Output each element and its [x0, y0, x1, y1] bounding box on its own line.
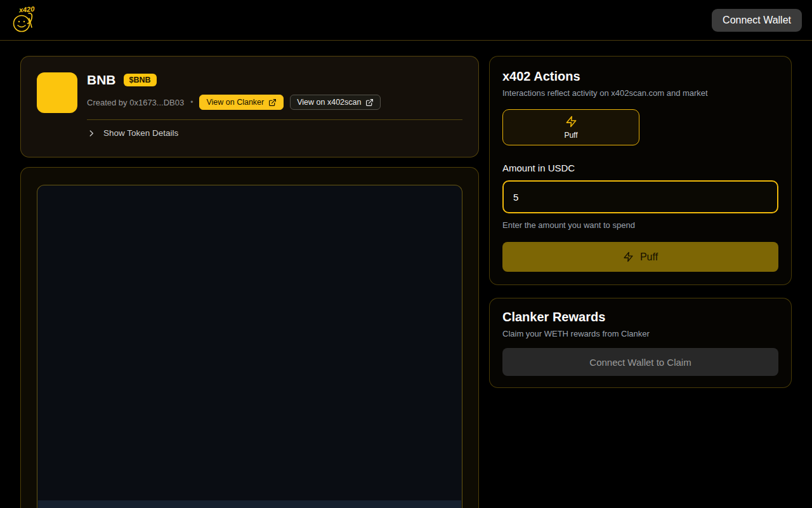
puff-option-label: Puff: [564, 131, 577, 140]
token-symbol-badge: $BNB: [124, 74, 157, 86]
price-chart-panel[interactable]: [37, 185, 462, 508]
amount-input[interactable]: [502, 180, 778, 213]
chart-card: [20, 167, 479, 508]
main-content: BNB $BNB Created by 0x1673...DB03 • View…: [0, 41, 812, 508]
top-bar: x420 Connect Wallet: [0, 0, 812, 41]
divider: [87, 119, 462, 120]
lightning-bolt-icon: [623, 251, 634, 262]
connect-wallet-button[interactable]: Connect Wallet: [712, 9, 802, 32]
puff-action-option[interactable]: Puff: [502, 109, 639, 145]
left-column: BNB $BNB Created by 0x1673...DB03 • View…: [20, 56, 479, 508]
clanker-rewards-card: Clanker Rewards Claim your WETH rewards …: [489, 298, 792, 388]
lightning-bolt-icon: [565, 116, 577, 128]
separator-dot: •: [190, 98, 193, 107]
rewards-subtitle: Claim your WETH rewards from Clanker: [502, 329, 778, 338]
external-link-icon: [268, 98, 277, 107]
puff-submit-label: Puff: [640, 251, 658, 263]
svg-text:x420: x420: [18, 4, 35, 13]
show-token-details-label: Show Token Details: [103, 128, 178, 138]
view-on-clanker-button[interactable]: View on Clanker: [199, 95, 284, 110]
show-token-details-toggle[interactable]: Show Token Details: [87, 128, 462, 138]
token-avatar: [37, 72, 77, 113]
right-column: x402 Actions Interactions reflect activi…: [489, 56, 792, 388]
puff-submit-button[interactable]: Puff: [502, 242, 778, 272]
amount-hint: Enter the amount you want to spend: [502, 220, 778, 230]
actions-title: x402 Actions: [502, 69, 778, 84]
amount-label: Amount in USDC: [502, 163, 778, 173]
x420-smiley-logo-icon[interactable]: x420: [10, 4, 38, 36]
rewards-title: Clanker Rewards: [502, 310, 778, 324]
chart-toolbar-strip: [38, 500, 461, 508]
token-name: BNB: [87, 72, 116, 88]
token-info-card: BNB $BNB Created by 0x1673...DB03 • View…: [20, 56, 479, 157]
actions-subtitle: Interactions reflect activity on x402sca…: [502, 88, 778, 98]
token-creator: Created by 0x1673...DB03: [87, 98, 184, 107]
x402-actions-card: x402 Actions Interactions reflect activi…: [489, 56, 792, 285]
external-link-icon: [365, 98, 374, 107]
chevron-right-icon: [87, 129, 96, 138]
connect-wallet-to-claim-button[interactable]: Connect Wallet to Claim: [502, 348, 778, 376]
view-on-x402scan-button[interactable]: View on x402scan: [290, 95, 381, 110]
